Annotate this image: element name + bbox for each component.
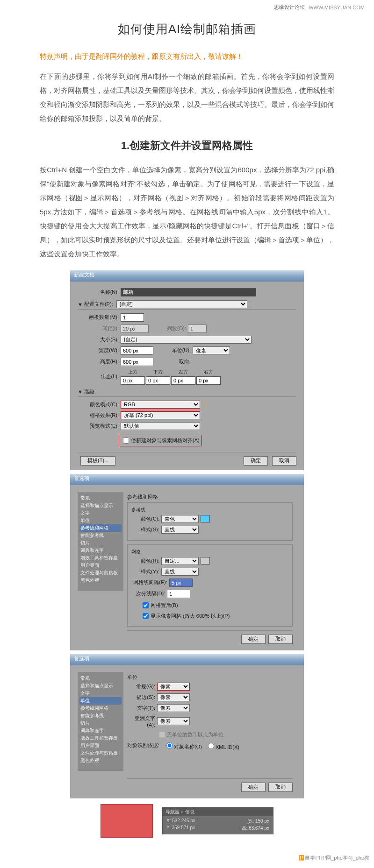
asian-unit-label: 亚洲文字(A): [127, 715, 155, 727]
bleed-right-input[interactable] [196, 376, 221, 385]
grid-back-label: 网格置后(B) [151, 602, 178, 609]
sidebar-item-guides[interactable]: 参考线和网格 [79, 524, 122, 532]
sidebar-item[interactable]: 参考线和网格 [79, 705, 122, 712]
colormode-label: 颜色模式(C): [78, 401, 119, 408]
align-pixel-checkbox[interactable] [123, 438, 129, 444]
sidebar-item[interactable]: 智能参考线 [79, 532, 122, 539]
grid-color-label: 颜色(R): [141, 557, 159, 565]
sidebar-item[interactable]: 文字 [79, 690, 122, 697]
info-panel-tabs[interactable]: 导航器 ○ 信息 [163, 808, 273, 816]
sidebar-item-units[interactable]: 单位 [79, 697, 122, 705]
info-x: X: 532.245 px [166, 818, 195, 825]
bleed-bottom-input[interactable] [146, 376, 170, 385]
asian-unit-select[interactable]: 像素 [157, 717, 190, 725]
size-select[interactable]: [自定] [121, 336, 252, 344]
sidebar-item[interactable]: 文字 [79, 509, 122, 517]
bleed-left-label: 左方 [171, 369, 195, 375]
sidebar-item[interactable]: 用户界面 [79, 562, 122, 569]
name-input[interactable] [121, 288, 256, 296]
sidebar-item[interactable]: 词典和连字 [79, 727, 122, 734]
bleed-top-label: 上方 [121, 369, 145, 375]
ok-button[interactable]: 确定 [244, 456, 268, 466]
sidebar-item[interactable]: 用户界面 [79, 742, 122, 749]
info-h: 高: 83.674 px [242, 825, 269, 832]
artboards-input[interactable] [121, 313, 144, 322]
width-input[interactable] [121, 346, 153, 355]
bleed-top-input[interactable] [121, 376, 145, 385]
colormode-select[interactable]: RGB [121, 401, 200, 409]
sidebar-item[interactable]: 常规 [79, 494, 122, 502]
grid-color-swatch[interactable] [201, 557, 210, 565]
width-label: 宽度(W): [78, 347, 119, 354]
warning-icon: ⚠ [203, 402, 208, 408]
sidebar-item[interactable]: 切片 [79, 720, 122, 727]
guide-style-label: 样式(S): [141, 526, 159, 533]
sidebar-item[interactable]: 增效工具和暂存盘 [79, 734, 122, 742]
ident-xml-label: XML ID(X) [216, 744, 239, 750]
sidebar-item[interactable]: 文件处理与剪贴板 [79, 569, 122, 577]
sidebar-item[interactable]: 黑色外观 [79, 757, 122, 764]
raster-label: 栅格效果(R): [78, 412, 119, 419]
ident-objname-label: 对象名称(O) [174, 744, 202, 749]
sidebar-item[interactable]: 选择和描点显示 [79, 682, 122, 690]
ident-objname-radio[interactable] [166, 742, 173, 748]
cols-label: 列数(O): [149, 325, 186, 332]
info-w: 宽: 150 px [248, 818, 269, 825]
height-input[interactable] [121, 358, 153, 366]
units-heading: 单位 [127, 674, 293, 681]
guide-style-select[interactable]: 直线 [161, 526, 199, 534]
ok-button[interactable]: 确定 [241, 783, 266, 792]
align-pixel-label: 使新建对象与像素网格对齐(A) [131, 437, 200, 444]
sidebar-item[interactable]: 文件处理与剪贴板 [79, 749, 122, 757]
grid-color-select[interactable]: 自定... [161, 557, 199, 565]
prefs-sidebar: 常规 选择和描点显示 文字 单位 参考线和网格 智能参考线 切片 词典和连字 增… [78, 492, 123, 591]
general-unit-label: 常规(G): [127, 683, 155, 690]
type-unit-select[interactable]: 像素 [157, 704, 190, 712]
sidebar-item[interactable]: 黑色外观 [79, 577, 122, 584]
general-unit-select[interactable]: 像素 [157, 683, 190, 691]
sidebar-item[interactable]: 切片 [79, 539, 122, 547]
no-unit-label: 无单位的数字以点为单位 [167, 731, 223, 738]
sidebar-item[interactable]: 增效工具和暂存盘 [79, 554, 122, 562]
show-pixel-grid-label: 显示像素网格 (放大 600% 以上)(P) [151, 613, 230, 620]
sidebar-item[interactable]: 智能参考线 [79, 712, 122, 720]
template-button[interactable]: 模板(T)... [80, 456, 115, 466]
grid-gap-input[interactable] [169, 579, 193, 587]
grid-sub-input[interactable] [167, 590, 190, 598]
show-pixel-grid-checkbox[interactable] [143, 613, 149, 619]
stroke-unit-select[interactable]: 像素 [157, 693, 190, 701]
sidebar-item[interactable]: 选择和描点显示 [79, 502, 122, 509]
guide-color-swatch[interactable] [201, 515, 210, 522]
bleed-bottom-label: 下方 [146, 369, 170, 375]
profile-select[interactable]: [自定] [116, 300, 247, 308]
sidebar-item[interactable]: 常规 [79, 675, 122, 682]
sidebar-item[interactable]: 词典和连字 [79, 547, 122, 554]
orient-label: 取向: [153, 358, 191, 365]
cancel-button[interactable]: 取消 [272, 456, 296, 466]
disclaimer: 特别声明，由于是翻译国外的教程，跟原文有所出入，敬请谅解！ [40, 50, 334, 63]
section-1-body: 按Ctrl+N 创建一个空白文件，单位选择为像素，宽高分别设置为600px，选择… [40, 163, 334, 261]
guides-group-label: 参考线 [131, 507, 288, 513]
cancel-button[interactable]: 取消 [268, 635, 293, 644]
bleed-label: 出血(L): [78, 373, 119, 380]
spacing-label: 间距(I): [78, 325, 119, 332]
unit-select[interactable]: 像素 [193, 346, 230, 354]
bleed-left-input[interactable] [171, 376, 195, 385]
ok-button[interactable]: 确定 [241, 635, 266, 644]
unit-label: 单位(U): [153, 347, 191, 354]
ident-xml-radio[interactable] [208, 743, 214, 749]
guide-color-select[interactable]: 青色 [161, 515, 199, 523]
cancel-button[interactable]: 取消 [268, 783, 293, 792]
grid-back-checkbox[interactable] [143, 602, 149, 608]
advanced-label: 高级 [84, 389, 94, 395]
ident-label: 对象识别依据: [127, 742, 159, 749]
preview-select[interactable]: 默认值 [121, 422, 200, 430]
footer-site[interactable]: 自学PHP网_php学习_php教 [305, 855, 369, 861]
sidebar-item[interactable]: 单位 [79, 517, 122, 524]
spacing-input [121, 325, 149, 333]
cols-input [188, 325, 207, 333]
grid-style-select[interactable]: 直线 [161, 568, 199, 576]
raster-select[interactable]: 屏幕 (72 ppi) [121, 411, 200, 419]
height-label: 高度(H): [78, 358, 119, 365]
forum-url: WWW.MISSYUAN.COM [309, 5, 365, 10]
